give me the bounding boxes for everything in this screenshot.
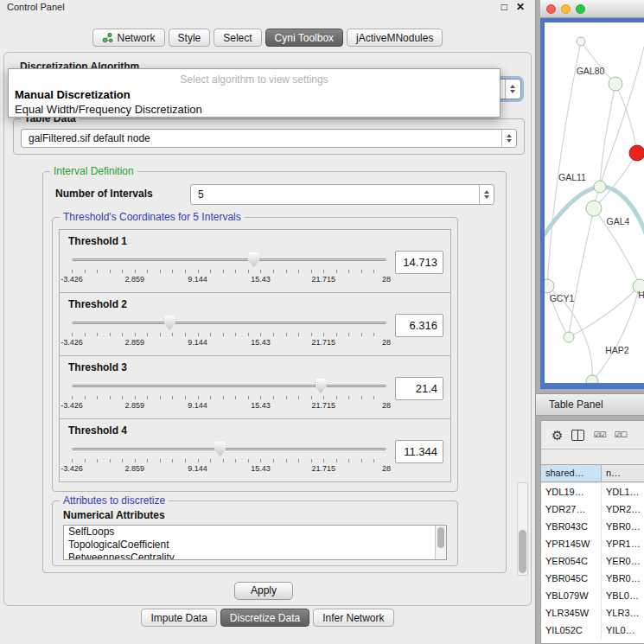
threshold-value-field[interactable]: 14.713 xyxy=(395,251,443,274)
threshold-value-field[interactable]: 21.4 xyxy=(395,377,443,400)
slider-handle[interactable] xyxy=(248,252,259,267)
dropdown-option-manual-discretization[interactable]: Manual Discretization xyxy=(9,88,500,101)
network-node[interactable] xyxy=(564,332,574,342)
network-edge[interactable] xyxy=(547,41,581,286)
slider-scale-label: 21.715 xyxy=(311,275,335,284)
network-edge[interactable] xyxy=(569,208,594,337)
table-data-select[interactable]: galFiltered.sif default node xyxy=(21,129,517,148)
number-of-intervals-label: Number of Intervals xyxy=(55,188,153,200)
table-row[interactable]: YPR145WYPR1… xyxy=(541,535,644,552)
scrollbar-thumb[interactable] xyxy=(519,530,526,573)
select-all-columns-icon[interactable]: ☑☑ xyxy=(593,431,605,439)
network-edge[interactable] xyxy=(592,286,640,381)
threshold-value-field[interactable]: 6.316 xyxy=(395,314,443,337)
tab-cyni-toolbox[interactable]: Cyni Toolbox xyxy=(265,29,343,47)
number-of-intervals-select[interactable]: 5 xyxy=(190,184,494,205)
threshold-slider[interactable]: -3.4262.8599.14415.4321.71528 xyxy=(72,377,386,417)
apply-button[interactable]: Apply xyxy=(234,582,293,600)
network-canvas[interactable]: GAL80GAL11GAL4GCY1HHAP2 xyxy=(545,22,644,383)
tab-jactivemnodules[interactable]: jActiveMNodules xyxy=(347,29,443,47)
table-row[interactable]: YBR043CYBR0… xyxy=(541,518,644,535)
select-columns-icon[interactable]: ☑☐ xyxy=(615,431,627,439)
table-row[interactable]: YBR045CYBR0… xyxy=(541,570,644,587)
table-column-headers: shared… n… xyxy=(541,464,644,482)
threshold-slider[interactable]: -3.4262.8599.14415.4321.71528 xyxy=(72,314,386,354)
tab-discretize-data[interactable]: Discretize Data xyxy=(220,609,309,627)
list-scrollbar[interactable] xyxy=(435,526,446,559)
table-cell: YDR27… xyxy=(541,501,602,518)
slider-scale: -3.4262.8599.14415.4321.71528 xyxy=(72,464,386,475)
threshold-box: Threshold 2 -3.4262.8599.14415.4321.7152… xyxy=(59,292,451,356)
network-edge[interactable] xyxy=(615,84,637,153)
numerical-attributes-list[interactable]: SelfLoopsTopologicalCoefficientBetweenne… xyxy=(63,525,447,560)
network-node-label: GAL80 xyxy=(577,66,605,76)
slider-scale-label: 9.144 xyxy=(188,464,207,473)
table-row[interactable]: YLR345WYLR3… xyxy=(541,604,644,622)
close-icon[interactable]: ✕ xyxy=(516,1,525,13)
network-node-label: GAL11 xyxy=(558,172,586,182)
attributes-to-discretize-group: Attributes to discretize Numerical Attri… xyxy=(52,501,458,566)
attribute-item[interactable]: TopologicalCoefficient xyxy=(64,539,446,552)
tab-network[interactable]: Network xyxy=(92,29,165,47)
control-panel-tabbar: NetworkStyleSelectCyni ToolboxjActiveMNo… xyxy=(0,29,535,47)
network-graph: GAL80GAL11GAL4GCY1HHAP2 xyxy=(545,22,644,383)
network-node-label: GAL4 xyxy=(607,216,630,226)
network-edge[interactable] xyxy=(600,84,615,187)
network-node[interactable] xyxy=(629,145,644,161)
slider-track[interactable] xyxy=(72,385,386,387)
minimize-traffic-light-icon[interactable] xyxy=(561,4,571,14)
scrollbar-thumb[interactable] xyxy=(437,527,444,548)
table-row[interactable]: YER054CYER0… xyxy=(541,552,644,570)
table-panel-header: Table Panel xyxy=(536,393,644,416)
network-edge[interactable] xyxy=(600,47,644,187)
network-node[interactable] xyxy=(545,279,554,293)
attribute-item[interactable]: SelfLoops xyxy=(64,526,446,539)
panel-scrollbar[interactable] xyxy=(517,482,528,576)
network-edge[interactable] xyxy=(581,41,615,84)
slider-handle[interactable] xyxy=(164,316,175,330)
table-cell: YBR0… xyxy=(602,518,644,535)
cyni-bottom-tabbar: Impute DataDiscretize DataInfer Network xyxy=(0,609,535,627)
control-panel-title: Control Panel xyxy=(7,2,65,12)
tab-infer-network[interactable]: Infer Network xyxy=(313,609,393,627)
slider-track[interactable] xyxy=(72,322,386,324)
network-node[interactable] xyxy=(586,201,602,216)
threshold-value-field[interactable]: 11.344 xyxy=(395,440,443,463)
dropdown-placeholder-option[interactable]: Select algorithm to view settings xyxy=(9,73,500,86)
interval-definition-group-label: Interval Definition xyxy=(50,165,137,177)
table-row[interactable]: YIL052CYIL0… xyxy=(541,622,644,639)
slider-track[interactable] xyxy=(72,448,386,450)
threshold-slider[interactable]: -3.4262.8599.14415.4321.71528 xyxy=(72,440,386,480)
network-node[interactable] xyxy=(586,375,598,383)
slider-scale-label: 2.859 xyxy=(125,401,145,410)
column-header-name[interactable]: n… xyxy=(602,465,644,481)
network-edge[interactable] xyxy=(569,286,640,337)
network-node[interactable] xyxy=(609,77,622,91)
table-row[interactable]: YBL079WYBL0… xyxy=(541,587,644,604)
slider-track[interactable] xyxy=(72,258,386,261)
threshold-box: Threshold 4 -3.4262.8599.14415.4321.7152… xyxy=(59,418,451,482)
dropdown-option-equal-width-frequency[interactable]: Equal Width/Frequency Discretization xyxy=(9,103,500,116)
tab-impute-data[interactable]: Impute Data xyxy=(141,609,216,627)
threshold-list: Threshold 1 -3.4262.8599.14415.4321.7152… xyxy=(53,229,457,482)
close-traffic-light-icon[interactable] xyxy=(546,4,556,14)
float-window-icon[interactable]: □ xyxy=(501,1,507,13)
table-row[interactable]: YDL19…YDL1… xyxy=(541,483,644,501)
tab-select[interactable]: Select xyxy=(214,29,261,47)
slider-scale-label: 15.43 xyxy=(251,464,271,473)
threshold-slider[interactable]: -3.4262.8599.14415.4321.71528 xyxy=(72,251,386,290)
column-header-shared-name[interactable]: shared… xyxy=(541,465,602,481)
attribute-item[interactable]: BetweennessCentrality xyxy=(64,552,446,560)
table-row[interactable]: YDR27…YDR2… xyxy=(541,501,644,518)
tab-style[interactable]: Style xyxy=(169,29,211,47)
slider-handle[interactable] xyxy=(214,442,226,456)
table-cell: YER0… xyxy=(602,552,644,570)
tab-label: jActiveMNodules xyxy=(356,32,433,44)
network-node[interactable] xyxy=(577,37,585,46)
network-node[interactable] xyxy=(594,181,606,193)
settings-gear-icon[interactable]: ⚙ xyxy=(552,429,563,442)
zoom-traffic-light-icon[interactable] xyxy=(576,4,585,14)
table-cell: YBL079W xyxy=(541,587,602,604)
columns-icon[interactable] xyxy=(571,430,584,441)
slider-handle[interactable] xyxy=(316,379,327,393)
